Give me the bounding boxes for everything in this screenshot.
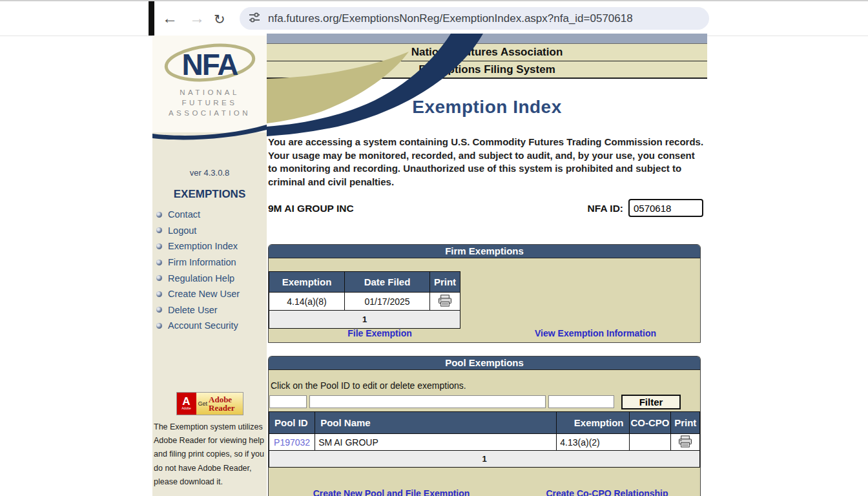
page-title: Exemption Index xyxy=(267,97,707,118)
col-co-cpo: CO-CPO xyxy=(629,412,671,434)
firm-exemptions-table: Exemption Date Filed Print 4.14(a)(8) 01… xyxy=(269,271,460,329)
nfa-id-label: NFA ID: xyxy=(588,203,623,214)
reload-icon[interactable]: ↻ xyxy=(214,9,225,30)
adobe-note-text: The Exemption system utilizes Adobe Read… xyxy=(154,420,264,489)
sidebar-menu-title: EXEMPTIONS xyxy=(152,188,267,201)
pool-id-filter-input[interactable] xyxy=(269,395,307,408)
nfa-logo: NFA NATIONAL FUTURES ASSOCIATION xyxy=(152,36,267,124)
sidebar-item-exemption-index[interactable]: Exemption Index xyxy=(152,238,267,254)
sidebar-item-label: Exemption Index xyxy=(168,241,238,251)
bullet-icon xyxy=(156,227,162,233)
exemption-filter-input[interactable] xyxy=(548,395,614,408)
pool-name-filter-input[interactable] xyxy=(309,395,546,408)
sidebar-item-contact[interactable]: Contact xyxy=(152,207,267,223)
co-cpo-value xyxy=(629,434,671,451)
url-text[interactable]: nfa.futures.org/ExemptionsNonReg/Exempti… xyxy=(268,12,633,25)
firm-name: 9M AI GROUP INC xyxy=(268,203,354,214)
col-pool-print: Print xyxy=(671,412,700,434)
pool-name-value: SM AI GROUP xyxy=(315,434,557,451)
adobe-brand-label: Adobe Reader xyxy=(209,395,242,412)
bullet-icon xyxy=(156,291,162,297)
bullet-icon xyxy=(156,307,162,313)
pool-exemptions-table: Pool ID Pool Name Exemption CO-CPO Print… xyxy=(269,411,700,468)
nfa-logo-line2: FUTURES xyxy=(152,98,267,108)
nfa-id-input[interactable] xyxy=(628,199,703,217)
nfa-logo-acronym: NFA xyxy=(152,47,267,82)
sidebar-item-label: Firm Information xyxy=(168,257,236,267)
filter-button[interactable]: Filter xyxy=(621,395,681,409)
system-title-bar: Exemptions Filing System xyxy=(267,61,707,79)
bullet-icon xyxy=(156,323,162,329)
adobe-get-label: Get xyxy=(198,400,208,407)
org-title-bar: National Futures Association xyxy=(267,43,707,62)
pool-instruction-text: Click on the Pool ID to edit or delete e… xyxy=(271,380,700,391)
pool-exemptions-panel: Pool Exemptions Click on the Pool ID to … xyxy=(268,356,701,496)
sidebar-item-label: Logout xyxy=(168,225,196,236)
main-content: National Futures Association Exemptions … xyxy=(267,34,707,496)
sidebar-swoosh-graphic xyxy=(152,124,267,141)
nfa-logo-line3: ASSOCIATION xyxy=(152,108,267,118)
sidebar-item-logout[interactable]: Logout xyxy=(152,223,267,239)
bullet-icon xyxy=(156,243,162,249)
screen: ← → ↻ nfa.futures.org/ExemptionsNonReg/E… xyxy=(0,0,868,496)
col-exemption: Exemption xyxy=(269,272,345,293)
view-exemption-information-link[interactable]: View Exemption Information xyxy=(491,328,700,338)
firm-exemption-value: 4.14(a)(8) xyxy=(269,293,345,311)
col-pool-exemption: Exemption xyxy=(557,412,629,434)
sidebar-item-account-security[interactable]: Account Security xyxy=(152,318,267,334)
forward-icon[interactable]: → xyxy=(189,8,205,28)
browser-toolbar: ← → ↻ nfa.futures.org/ExemptionsNonReg/E… xyxy=(0,1,868,36)
sidebar-item-label: Regulation Help xyxy=(168,273,234,284)
print-icon[interactable] xyxy=(678,439,692,450)
sidebar-item-delete-user[interactable]: Delete User xyxy=(152,302,267,318)
pool-exemption-value: 4.13(a)(2) xyxy=(557,434,629,451)
print-icon[interactable] xyxy=(438,298,452,309)
sidebar-item-label: Account Security xyxy=(168,320,238,331)
create-co-cpo-link[interactable]: Create Co-CPO Relationship xyxy=(514,488,700,496)
pool-id-link[interactable]: P197032 xyxy=(274,437,310,448)
nfa-logo-wordmark: NATIONAL FUTURES ASSOCIATION xyxy=(152,87,267,118)
firm-table-pager[interactable]: 1 xyxy=(269,311,460,329)
table-row: 4.14(a)(8) 01/17/2025 xyxy=(269,293,460,311)
col-date-filed: Date Filed xyxy=(345,272,430,293)
sidebar-menu: Contact Logout Exemption Index Firm Info… xyxy=(152,207,267,334)
col-pool-id: Pool ID xyxy=(269,412,315,434)
sidebar-item-create-new-user[interactable]: Create New User xyxy=(152,286,267,302)
get-adobe-reader-badge[interactable]: A Adobe Get Adobe Reader xyxy=(176,392,243,415)
sidebar-item-label: Create New User xyxy=(168,289,240,299)
print-cell[interactable] xyxy=(671,434,700,451)
system-warning-text: You are accessing a system containing U.… xyxy=(268,136,705,189)
adobe-logo-icon: A Adobe xyxy=(177,393,196,415)
version-label: ver 4.3.0.8 xyxy=(152,168,267,178)
sidebar-item-firm-information[interactable]: Firm Information xyxy=(152,254,267,271)
bullet-icon xyxy=(156,212,162,218)
address-bar[interactable]: nfa.futures.org/ExemptionsNonReg/Exempti… xyxy=(240,7,709,30)
adobe-logo-letter: A xyxy=(177,397,196,406)
sidebar-item-label: Contact xyxy=(168,209,200,220)
firm-identity-row: 9M AI GROUP INC NFA ID: xyxy=(268,200,703,218)
bullet-icon xyxy=(156,275,162,281)
create-new-pool-link[interactable]: Create New Pool and File Exemption xyxy=(269,488,514,496)
firm-exemptions-title: Firm Exemptions xyxy=(269,245,700,258)
site-info-icon[interactable] xyxy=(249,12,260,26)
pool-filter-row: Filter xyxy=(269,394,700,409)
col-print: Print xyxy=(430,272,460,293)
firm-date-filed-value: 01/17/2025 xyxy=(345,293,430,311)
sidebar: NFA NATIONAL FUTURES ASSOCIATION ver 4.3… xyxy=(152,36,267,496)
pool-table-pager[interactable]: 1 xyxy=(269,451,700,468)
adobe-logo-word: Adobe xyxy=(177,406,196,410)
header-slate-strip xyxy=(267,34,707,43)
col-pool-name: Pool Name xyxy=(315,412,557,434)
file-exemption-link[interactable]: File Exemption xyxy=(269,328,491,338)
toolbar-dark-strip xyxy=(149,1,154,36)
print-cell[interactable] xyxy=(430,293,460,311)
sidebar-body: ver 4.3.0.8 EXEMPTIONS Contact Logout Ex… xyxy=(152,141,267,496)
sidebar-item-regulation-help[interactable]: Regulation Help xyxy=(152,270,267,286)
table-row: P197032 SM AI GROUP 4.13(a)(2) xyxy=(269,434,700,451)
nfa-logo-line1: NATIONAL xyxy=(152,87,267,98)
pool-exemptions-title: Pool Exemptions xyxy=(269,356,700,370)
bullet-icon xyxy=(156,260,162,265)
back-icon[interactable]: ← xyxy=(162,8,178,28)
sidebar-item-label: Delete User xyxy=(168,305,218,315)
firm-exemptions-panel: Firm Exemptions Exemption Date Filed Pri… xyxy=(268,244,701,343)
